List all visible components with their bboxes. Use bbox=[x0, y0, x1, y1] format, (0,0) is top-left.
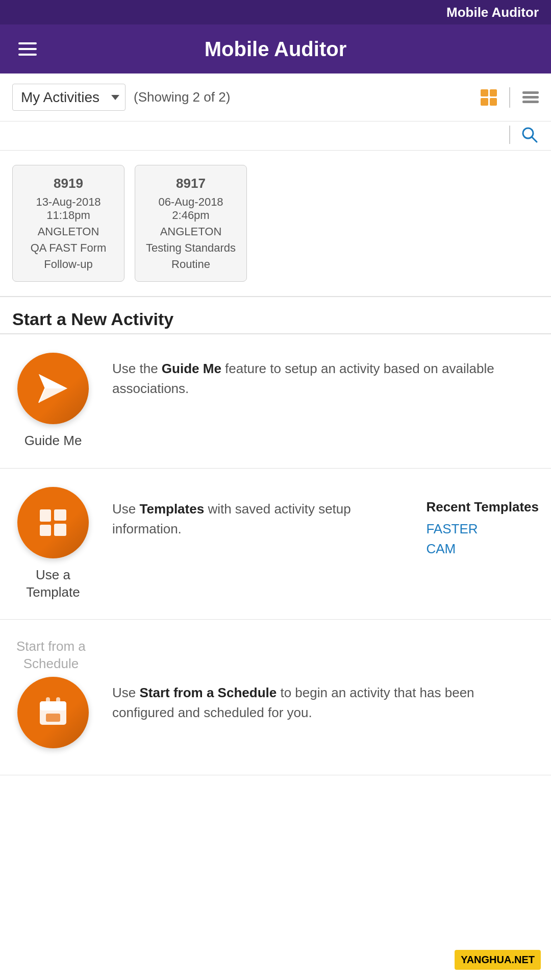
search-row bbox=[0, 121, 551, 151]
grid-view-button[interactable] bbox=[481, 89, 497, 106]
schedule-calendar-icon bbox=[35, 694, 71, 731]
template-icon-wrapper: Use aTemplate bbox=[12, 487, 94, 601]
card-type: Follow-up bbox=[44, 258, 92, 271]
template-link-faster[interactable]: FASTER bbox=[426, 521, 539, 537]
search-divider bbox=[509, 126, 510, 144]
header-title: Mobile Auditor bbox=[205, 38, 346, 61]
template-circle bbox=[17, 487, 89, 558]
activity-select-wrapper: My Activities All Activities bbox=[12, 84, 126, 111]
template-grid-icon bbox=[35, 504, 71, 541]
activity-card[interactable]: 8919 13-Aug-2018 11:18pm ANGLETON QA FAS… bbox=[12, 165, 124, 282]
toolbar-divider bbox=[509, 87, 510, 108]
guide-me-icon-wrapper: Guide Me bbox=[12, 353, 94, 450]
template-description-text: Use Templates with saved activity setup … bbox=[112, 499, 381, 539]
list-view-button[interactable] bbox=[522, 91, 539, 103]
svg-rect-8 bbox=[54, 524, 66, 536]
use-template-row[interactable]: Use aTemplate Use Templates with saved a… bbox=[0, 469, 551, 620]
card-date: 13-Aug-2018 11:18pm bbox=[21, 195, 116, 222]
recent-templates-title: Recent Templates bbox=[426, 499, 539, 515]
svg-marker-3 bbox=[39, 374, 67, 388]
toolbar-icons bbox=[481, 87, 539, 108]
status-bar-title: Mobile Auditor bbox=[446, 5, 539, 20]
card-location: ANGLETON bbox=[160, 225, 222, 238]
template-description: Use Templates with saved activity setup … bbox=[112, 493, 381, 539]
header: Mobile Auditor bbox=[0, 24, 551, 74]
svg-rect-11 bbox=[46, 697, 50, 705]
grid-icon bbox=[481, 89, 497, 106]
svg-rect-12 bbox=[56, 697, 60, 705]
guide-me-circle bbox=[17, 353, 89, 424]
schedule-icon-wrapper bbox=[12, 677, 94, 756]
card-id: 8917 bbox=[176, 176, 206, 191]
guide-me-plane-icon bbox=[35, 370, 71, 407]
schedule-inner: Use Start from a Schedule to begin an ac… bbox=[12, 677, 539, 756]
schedule-label-top: Start from aSchedule bbox=[12, 638, 86, 673]
toolbar: My Activities All Activities (Showing 2 … bbox=[0, 74, 551, 121]
schedule-row[interactable]: Start from aSchedule Use Start from a Sc… bbox=[0, 620, 551, 775]
svg-rect-10 bbox=[40, 701, 66, 710]
card-form: Testing Standards bbox=[146, 241, 236, 255]
search-icon[interactable] bbox=[520, 126, 539, 146]
template-content-area: Use Templates with saved activity setup … bbox=[94, 487, 539, 561]
template-link-cam[interactable]: CAM bbox=[426, 541, 539, 557]
activity-card[interactable]: 8917 06-Aug-2018 2:46pm ANGLETON Testing… bbox=[135, 165, 247, 282]
card-id: 8919 bbox=[54, 176, 83, 191]
guide-me-row[interactable]: Guide Me Use the Guide Me feature to set… bbox=[0, 334, 551, 469]
svg-rect-5 bbox=[40, 509, 51, 522]
template-label: Use aTemplate bbox=[26, 567, 80, 601]
activity-cards-container: 8919 13-Aug-2018 11:18pm ANGLETON QA FAS… bbox=[0, 151, 551, 296]
guide-me-label: Guide Me bbox=[24, 432, 82, 450]
activity-select[interactable]: My Activities All Activities bbox=[12, 84, 126, 111]
list-icon bbox=[522, 91, 539, 103]
schedule-description: Use Start from a Schedule to begin an ac… bbox=[94, 677, 539, 723]
showing-count: (Showing 2 of 2) bbox=[134, 89, 230, 105]
status-bar: Mobile Auditor bbox=[0, 0, 551, 24]
guide-me-description: Use the Guide Me feature to setup an act… bbox=[94, 353, 539, 399]
svg-line-1 bbox=[532, 137, 537, 142]
guide-me-description-text: Use the Guide Me feature to setup an act… bbox=[112, 359, 539, 399]
svg-rect-6 bbox=[40, 525, 51, 536]
section-title: Start a New Activity bbox=[0, 297, 551, 333]
svg-rect-7 bbox=[54, 509, 66, 521]
svg-rect-13 bbox=[46, 714, 60, 722]
watermark: YANGHUA.NET bbox=[455, 950, 541, 970]
schedule-circle bbox=[17, 677, 89, 748]
card-date: 06-Aug-2018 2:46pm bbox=[143, 195, 238, 222]
card-location: ANGLETON bbox=[38, 225, 99, 238]
card-form: QA FAST Form bbox=[31, 241, 107, 255]
schedule-description-text: Use Start from a Schedule to begin an ac… bbox=[112, 683, 539, 723]
recent-templates: Recent Templates FASTER CAM bbox=[426, 493, 539, 561]
card-type: Routine bbox=[171, 258, 210, 271]
hamburger-menu-icon[interactable] bbox=[18, 42, 37, 56]
